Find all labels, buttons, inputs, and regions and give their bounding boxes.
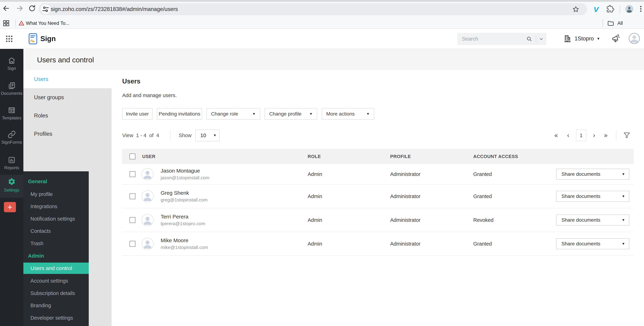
page-size-select[interactable]: 10 ▼	[195, 130, 220, 142]
user-cell: Mike Moore mike@1stopinstall.com	[157, 238, 308, 250]
profile-cell: Administrator	[390, 217, 473, 223]
flyout-item-developer-settings[interactable]: Developer settings	[30, 314, 73, 322]
rail-label: Settings	[0, 188, 24, 192]
rail-label: Reports	[0, 165, 24, 170]
column-user: USER	[142, 154, 308, 159]
browser-chrome: sign.zoho.com/zs/723281838#/admin/manage…	[0, 0, 644, 29]
flyout-item-users-and-control[interactable]: Users and control	[24, 262, 89, 274]
change-role-dropdown[interactable]: Change role ▼	[206, 108, 260, 120]
org-building-icon	[563, 34, 572, 43]
select-all-checkbox[interactable]	[130, 154, 136, 160]
app-launcher-icon[interactable]	[5, 34, 14, 43]
view-of-label: of	[149, 132, 154, 138]
flyout-item-contacts[interactable]: Contacts	[30, 227, 51, 235]
user-email: jason@1stopinstall.com	[161, 175, 308, 180]
back-icon[interactable]	[2, 4, 10, 12]
change-role-label: Change role	[211, 111, 238, 117]
rail-item-settings[interactable]: Settings	[0, 175, 24, 198]
search-input[interactable]	[457, 36, 526, 42]
bookmark-star-icon[interactable]	[572, 6, 580, 13]
share-documents-dropdown[interactable]: Share documents ▼	[556, 214, 629, 226]
search-scope-chevron-icon[interactable]	[538, 36, 544, 42]
org-switcher[interactable]: 1Stopro ▼	[563, 29, 600, 48]
viewbar-divider	[170, 130, 170, 141]
change-profile-dropdown[interactable]: Change profile ▼	[264, 108, 317, 120]
subnav-item-users[interactable]: Users	[24, 70, 112, 88]
row-checkbox[interactable]	[130, 241, 136, 247]
user-avatar[interactable]	[629, 33, 640, 44]
profile-cell: Administrator	[390, 194, 473, 199]
subnav-item-roles[interactable]: Roles	[24, 106, 112, 125]
role-cell: Admin	[308, 217, 390, 223]
page-title: Users and control	[37, 49, 94, 70]
browser-profile-icon[interactable]	[625, 4, 633, 13]
next-page-button[interactable]: ›	[593, 132, 595, 138]
avatar	[142, 214, 154, 226]
create-new-button[interactable]: +	[4, 202, 16, 212]
app-title: Sign	[40, 29, 56, 48]
flyout-item-notification-settings[interactable]: Notification settings	[30, 215, 75, 222]
pager-divider	[616, 130, 616, 140]
subnav-item-user-groups[interactable]: User groups	[24, 88, 112, 106]
left-rail: Sign Documents Templates SignForms Repor…	[0, 49, 24, 326]
home-icon	[0, 56, 24, 65]
forward-icon[interactable]	[16, 4, 24, 12]
bookmarks-bar: What You Need To... All Bookmarks	[0, 18, 644, 28]
caret-down-icon: ▼	[622, 242, 625, 246]
settings-gear-icon	[8, 178, 16, 186]
announcements-megaphone-icon[interactable]	[612, 34, 621, 44]
apps-grid-icon[interactable]	[2, 20, 11, 28]
rail-item-signforms[interactable]: SignForms	[0, 130, 24, 145]
caret-down-icon: ▼	[622, 194, 625, 198]
invite-user-button[interactable]: Invite user	[122, 108, 152, 120]
flyout-item-account-settings[interactable]: Account settings	[30, 277, 68, 284]
rail-item-sign[interactable]: Sign	[0, 56, 24, 71]
all-bookmarks-button[interactable]: All Bookmarks	[618, 18, 644, 28]
vimeo-extension-icon[interactable]: v	[594, 0, 599, 18]
flyout-item-integrations[interactable]: Integrations	[30, 203, 58, 210]
row-checkbox[interactable]	[130, 171, 136, 177]
page-size-value: 10	[200, 132, 206, 138]
flyout-item-subscription-details[interactable]: Subscription details	[30, 290, 75, 297]
org-caret-icon[interactable]: ▼	[597, 37, 600, 41]
rail-item-templates[interactable]: Templates	[0, 106, 24, 120]
caret-down-icon: ▼	[252, 112, 256, 116]
user-cell: Jason Montague jason@1stopinstall.com	[157, 168, 308, 180]
bookmark-item[interactable]: What You Need To...	[26, 18, 70, 28]
table-row: Terri Perera tperera@1stopro.com Admin A…	[122, 208, 634, 232]
flyout-item-trash[interactable]: Trash	[30, 240, 44, 247]
prev-page-button[interactable]: ‹	[567, 132, 569, 138]
caret-down-icon: ▼	[366, 112, 370, 116]
extensions-puzzle-icon[interactable]	[606, 5, 614, 13]
address-bar[interactable]: sign.zoho.com/zs/723281838#/admin/manage…	[38, 3, 587, 15]
user-email: mike@1stopinstall.com	[161, 245, 308, 250]
share-documents-dropdown[interactable]: Share documents ▼	[556, 238, 629, 249]
share-documents-dropdown[interactable]: Share documents ▼	[556, 169, 629, 180]
pending-invitations-button[interactable]: Pending invitations	[157, 108, 202, 120]
flyout-item-my-profile[interactable]: My profile	[30, 190, 53, 198]
table-row: Greg Shenk greg@1stopinstall.com Admin A…	[122, 184, 634, 208]
search-icon[interactable]	[526, 36, 532, 42]
filter-funnel-icon[interactable]	[623, 131, 631, 140]
url-text[interactable]: sign.zoho.com/zs/723281838#/admin/manage…	[51, 3, 178, 15]
pagination: « ‹ 1 › »	[554, 130, 631, 141]
column-profile: PROFILE	[390, 154, 473, 159]
row-checkbox[interactable]	[130, 193, 136, 199]
view-range: 1 - 4	[136, 132, 146, 138]
last-page-button[interactable]: »	[604, 132, 608, 138]
more-actions-dropdown[interactable]: More actions ▼	[322, 108, 374, 120]
rail-item-reports[interactable]: Reports	[0, 156, 24, 170]
browser-menu-icon[interactable]	[637, 5, 644, 13]
row-checkbox[interactable]	[130, 217, 136, 223]
rail-item-documents[interactable]: Documents	[0, 82, 24, 96]
share-documents-dropdown[interactable]: Share documents ▼	[556, 191, 629, 202]
flyout-item-branding[interactable]: Branding	[30, 302, 51, 309]
profile-cell: Administrator	[390, 171, 473, 177]
site-info-icon[interactable]	[41, 4, 50, 14]
first-page-button[interactable]: «	[554, 132, 558, 138]
global-search[interactable]	[457, 33, 546, 45]
reload-icon[interactable]	[28, 4, 36, 12]
share-documents-label: Share documents	[562, 217, 600, 223]
bookmarks-separator	[15, 20, 16, 26]
subnav-item-profiles[interactable]: Profiles	[24, 125, 112, 143]
